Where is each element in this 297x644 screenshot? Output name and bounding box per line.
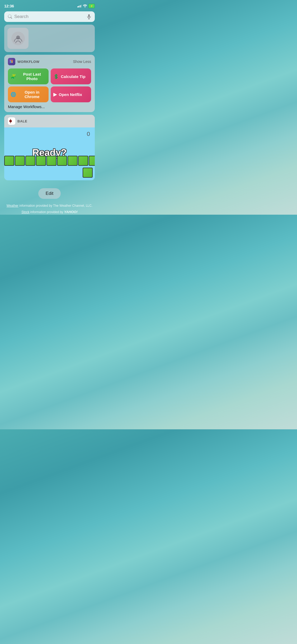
search-container: Search	[0, 10, 99, 25]
platform-block-3	[25, 156, 35, 166]
status-time: 12:36	[4, 4, 14, 8]
globe-icon: 🌐	[11, 92, 16, 97]
calculate-tip-button[interactable]: 💲 Calculate Tip	[51, 68, 91, 84]
podcasts-logo	[11, 31, 25, 46]
platform-row	[4, 156, 95, 166]
microphone-icon[interactable]	[87, 14, 91, 19]
puzzle-icon: 🧩	[11, 74, 16, 79]
svg-rect-2	[10, 60, 11, 61]
show-less-button[interactable]: Show Less	[73, 59, 91, 64]
bale-app-icon	[8, 117, 15, 125]
search-placeholder: Search	[14, 14, 85, 19]
status-bar: 12:36 ⚡	[0, 0, 99, 10]
bale-icon-svg	[8, 118, 15, 124]
bale-widget-header: BALE	[4, 115, 95, 127]
status-icons: ⚡	[77, 4, 95, 8]
workflow-title: WORKFLOW	[17, 60, 39, 64]
play-icon: ▶	[53, 92, 57, 97]
platform-block-7	[68, 156, 78, 166]
stock-attribution: Stock information provided by YAHOO!	[7, 209, 93, 215]
workflow-logo	[10, 59, 14, 64]
svg-rect-3	[11, 60, 13, 61]
workflow-buttons-grid: 🧩 Post Last Photo 💲 Calculate Tip 🌐 Open…	[8, 68, 91, 102]
platform-block-9	[89, 156, 95, 166]
weather-attribution: Weather information provided by The Weat…	[7, 203, 93, 209]
workflow-widget: WORKFLOW Show Less 🧩 Post Last Photo 💲 C…	[4, 55, 95, 112]
edit-button[interactable]: Edit	[38, 188, 61, 199]
bale-widget: BALE 0 Ready?	[4, 115, 95, 180]
platform-block-4	[36, 156, 46, 166]
workflow-widget-header: WORKFLOW Show Less	[8, 58, 91, 65]
dollar-icon: 💲	[53, 74, 59, 79]
footer-text: Weather information provided by The Weat…	[1, 203, 98, 215]
floating-block	[83, 168, 93, 178]
platform-block-8	[78, 156, 88, 166]
svg-rect-5	[11, 61, 13, 63]
platform-block-2	[15, 156, 25, 166]
workflow-app-icon	[8, 58, 15, 65]
wifi-icon	[83, 4, 87, 8]
stock-link[interactable]: Stock	[21, 210, 29, 214]
open-in-chrome-button[interactable]: 🌐 Open in Chrome	[8, 86, 49, 102]
search-icon	[8, 15, 12, 19]
weather-link[interactable]: Weather	[7, 204, 18, 208]
yahoo-logo: YAHOO!	[64, 210, 78, 214]
platform-block-5	[46, 156, 56, 166]
svg-rect-4	[10, 61, 11, 63]
platform-block-6	[57, 156, 67, 166]
podcast-widget	[4, 25, 95, 52]
signal-icon	[77, 4, 82, 7]
platform-block-1	[4, 156, 14, 166]
svg-point-8	[10, 121, 11, 122]
bale-title: BALE	[17, 119, 27, 123]
post-last-photo-button[interactable]: 🧩 Post Last Photo	[8, 68, 49, 84]
search-bar[interactable]: Search	[4, 11, 95, 22]
bottom-area: Edit Weather information provided by The…	[0, 183, 99, 215]
manage-workflows-link[interactable]: Manage Workflows...	[8, 104, 91, 109]
bale-game-area[interactable]: 0 Ready?	[4, 127, 95, 180]
svg-point-1	[16, 35, 20, 39]
battery-icon: ⚡	[88, 4, 95, 8]
workflow-header-left: WORKFLOW	[8, 58, 39, 65]
score-display: 0	[87, 131, 90, 137]
open-netflix-button[interactable]: ▶ Open Netflix	[51, 86, 91, 102]
podcast-icon[interactable]	[7, 28, 29, 49]
